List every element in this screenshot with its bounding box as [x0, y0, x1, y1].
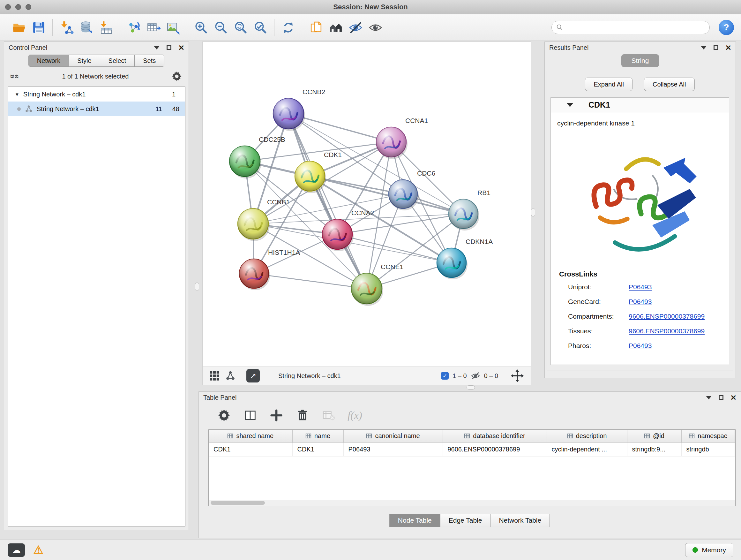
- network-node-CDKN1A[interactable]: CDKN1A: [437, 238, 493, 279]
- crosslink-link[interactable]: 9606.ENSP00000378699: [629, 313, 704, 320]
- collapse-all-button[interactable]: Collapse All: [644, 78, 695, 91]
- warning-icon[interactable]: ⚠: [33, 544, 44, 556]
- crosslink-link[interactable]: P06493: [629, 298, 652, 306]
- export-image-button[interactable]: [163, 17, 183, 38]
- zoom-out-button[interactable]: [211, 17, 231, 38]
- network-node-CCNB2[interactable]: CCNB2: [273, 88, 325, 131]
- network-node-CCNB1[interactable]: CCNB1: [238, 198, 290, 241]
- tab-node-table[interactable]: Node Table: [389, 514, 441, 527]
- network-node-CCNE1[interactable]: CCNE1: [351, 263, 403, 306]
- network-node-label: CCNB1: [267, 198, 290, 206]
- column-header-description[interactable]: description: [547, 430, 627, 442]
- delete-column-button[interactable]: [295, 408, 310, 423]
- network-edge[interactable]: [254, 273, 367, 289]
- table-panel-close-button[interactable]: ×: [731, 393, 736, 402]
- import-table-button[interactable]: [96, 17, 116, 38]
- network-node-label: CDK1: [324, 151, 342, 159]
- splitter-handle[interactable]: [531, 208, 535, 216]
- column-header-database-identifier[interactable]: database identifier: [443, 430, 547, 442]
- save-session-button[interactable]: [29, 17, 49, 38]
- control-panel-float-button[interactable]: [154, 46, 159, 50]
- search-input[interactable]: [566, 24, 705, 31]
- first-neighbors-button[interactable]: [326, 17, 346, 38]
- splitter-handle[interactable]: [467, 385, 475, 389]
- crosslinks-heading: CrossLinks: [559, 270, 729, 278]
- table-toolbar: f(x): [199, 404, 741, 427]
- hide-selected-button[interactable]: [346, 17, 365, 38]
- results-panel-float-button[interactable]: [701, 46, 706, 50]
- network-row[interactable]: String Network – cdk1 11 48: [8, 102, 185, 116]
- table-panel-maximize-button[interactable]: [719, 395, 724, 400]
- crosslink-link[interactable]: P06493: [629, 342, 652, 350]
- table-cell: CDK1: [209, 442, 292, 456]
- zoom-fit-button[interactable]: [231, 17, 251, 38]
- open-session-button[interactable]: [9, 17, 29, 38]
- window-controls: [5, 0, 31, 14]
- open-in-new-window-button[interactable]: ↗: [246, 369, 260, 382]
- tab-sets[interactable]: Sets: [134, 55, 164, 67]
- zoom-selected-button[interactable]: [251, 17, 270, 38]
- column-header-namespac[interactable]: namespac: [681, 430, 735, 442]
- pan-crosshair-icon[interactable]: [510, 369, 524, 383]
- birdseye-grid-button[interactable]: [209, 370, 220, 381]
- network-edge[interactable]: [288, 114, 367, 289]
- refresh-view-button[interactable]: [278, 17, 298, 38]
- tab-network[interactable]: Network: [28, 55, 69, 67]
- column-header-name[interactable]: name: [292, 430, 343, 442]
- control-panel-maximize-button[interactable]: [166, 45, 172, 50]
- cloud-button[interactable]: ☁: [8, 543, 25, 557]
- window-minimize-button[interactable]: [15, 4, 21, 10]
- network-node-CDK1[interactable]: CDK1: [295, 151, 342, 193]
- results-panel-maximize-button[interactable]: [714, 45, 718, 50]
- table-settings-button[interactable]: [217, 408, 231, 423]
- show-all-button[interactable]: [365, 17, 385, 38]
- column-header--id[interactable]: @id: [627, 430, 681, 442]
- network-node-HIST1H1A[interactable]: HIST1H1A: [239, 249, 300, 290]
- control-panel-close-button[interactable]: ×: [179, 43, 184, 52]
- column-header-canonical-name[interactable]: canonical name: [343, 430, 443, 442]
- window-zoom-button[interactable]: [25, 4, 31, 10]
- crosslink-link[interactable]: 9606.ENSP00000378699: [629, 327, 704, 335]
- zoom-in-button[interactable]: [191, 17, 211, 38]
- horizontal-scrollbar-thumb[interactable]: [211, 501, 265, 505]
- tab-select[interactable]: Select: [100, 55, 135, 67]
- expand-all-button[interactable]: Expand All: [585, 78, 632, 91]
- help-button[interactable]: ?: [719, 20, 734, 35]
- table-row[interactable]: CDK1CDK1P064939606.ENSP00000378699cyclin…: [209, 442, 735, 456]
- column-header-shared-name[interactable]: shared name: [209, 430, 292, 442]
- network-node-CCNA1[interactable]: CCNA1: [376, 117, 428, 159]
- window-close-button[interactable]: [5, 4, 11, 10]
- memory-button[interactable]: Memory: [685, 543, 733, 557]
- section-disclosure-triangle[interactable]: [567, 103, 573, 107]
- window-title: Session: New Session: [0, 0, 741, 14]
- disclosure-triangle-icon[interactable]: ▼: [15, 91, 19, 97]
- network-node-CDC6[interactable]: CDC6: [389, 170, 435, 210]
- import-network-file-button[interactable]: [57, 17, 76, 38]
- network-collection-row[interactable]: ▼ String Network – cdk1 1: [8, 87, 185, 102]
- search-box[interactable]: [551, 21, 710, 34]
- tab-style[interactable]: Style: [69, 55, 100, 67]
- import-network-database-button[interactable]: [76, 17, 96, 38]
- tab-edge-table[interactable]: Edge Table: [440, 514, 491, 527]
- results-panel-close-button[interactable]: ×: [725, 43, 731, 52]
- network-from-selection-button[interactable]: [124, 17, 144, 38]
- copy-document-button[interactable]: [306, 17, 326, 38]
- splitter-handle[interactable]: [195, 283, 199, 291]
- tab-string[interactable]: String: [621, 54, 659, 67]
- network-canvas[interactable]: CCNB2CCNA1CDC25BCDK1CDC6RB1CCNB1CCNA2CDK…: [203, 42, 531, 367]
- protein-symbol: CDK1: [589, 100, 610, 110]
- network-node-RB1[interactable]: RB1: [449, 189, 490, 231]
- expand-all-icon[interactable]: «: [13, 74, 21, 78]
- tab-network-table[interactable]: Network Table: [490, 514, 550, 527]
- add-column-button[interactable]: [269, 408, 284, 423]
- crosslinks-rows: Uniprot:P06493GeneCard:P06493Compartment…: [551, 280, 729, 353]
- table-panel-float-button[interactable]: [706, 396, 712, 399]
- selected-checkbox-icon[interactable]: ✓: [441, 372, 449, 380]
- show-columns-button[interactable]: [243, 408, 258, 423]
- export-table-button[interactable]: [144, 17, 163, 38]
- network-overview-button[interactable]: [225, 370, 236, 381]
- crosslink-link[interactable]: P06493: [629, 283, 652, 291]
- crosslink-row: GeneCard:P06493: [551, 294, 729, 309]
- network-options-gear-icon[interactable]: [172, 71, 182, 82]
- network-row-label: String Network – cdk1: [37, 105, 99, 113]
